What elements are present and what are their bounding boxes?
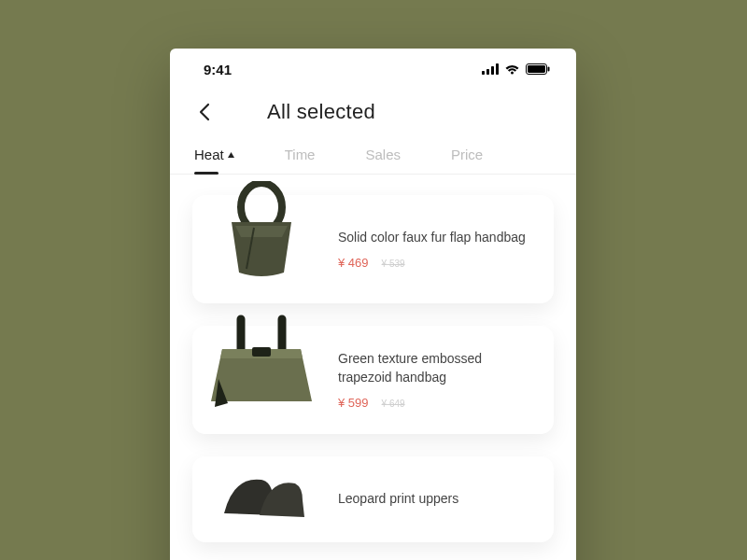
status-icons bbox=[482, 62, 550, 77]
phone-frame: 9:41 All selected Heat Time Sa bbox=[170, 49, 576, 560]
product-price-old: ¥ 539 bbox=[382, 259, 405, 269]
svg-rect-3 bbox=[496, 63, 499, 75]
sort-arrow-up-icon bbox=[228, 152, 234, 158]
product-info: Solid color faux fur flap handbag ¥ 469 … bbox=[338, 229, 529, 271]
product-price: ¥ 599 bbox=[338, 396, 369, 410]
product-card[interactable]: Solid color faux fur flap handbag ¥ 469 … bbox=[192, 195, 554, 303]
header: All selected bbox=[170, 83, 576, 137]
tab-label: Time bbox=[285, 147, 316, 162]
svg-rect-0 bbox=[482, 71, 485, 75]
product-list: Solid color faux fur flap handbag ¥ 469 … bbox=[170, 175, 576, 525]
product-name: Leopard print uppers bbox=[338, 490, 529, 509]
product-image bbox=[202, 462, 321, 527]
product-name: Green texture embossed trapezoid handbag bbox=[338, 350, 529, 386]
tab-label: Sales bbox=[365, 147, 401, 162]
back-button[interactable] bbox=[194, 102, 215, 122]
tab-price[interactable]: Price bbox=[451, 147, 483, 174]
tab-label: Heat bbox=[194, 147, 224, 162]
signal-icon bbox=[482, 62, 499, 77]
product-info: Leopard print uppers bbox=[338, 490, 529, 509]
product-name: Solid color faux fur flap handbag bbox=[338, 229, 529, 247]
product-info: Green texture embossed trapezoid handbag… bbox=[338, 350, 529, 410]
battery-icon bbox=[526, 62, 550, 77]
svg-rect-6 bbox=[548, 67, 550, 72]
product-image bbox=[202, 181, 321, 284]
product-price-old: ¥ 649 bbox=[382, 399, 405, 409]
svg-rect-1 bbox=[486, 69, 489, 75]
product-price: ¥ 469 bbox=[338, 256, 369, 270]
svg-rect-5 bbox=[528, 65, 545, 73]
tab-time[interactable]: Time bbox=[285, 147, 316, 174]
product-image bbox=[202, 312, 321, 414]
status-bar: 9:41 bbox=[170, 49, 576, 83]
product-card[interactable]: Leopard print uppers bbox=[192, 456, 554, 542]
page-title: All selected bbox=[267, 100, 375, 124]
tab-label: Price bbox=[451, 147, 483, 162]
tab-sales[interactable]: Sales bbox=[365, 147, 401, 174]
product-card[interactable]: Green texture embossed trapezoid handbag… bbox=[192, 326, 554, 434]
wifi-icon bbox=[504, 62, 520, 77]
product-prices: ¥ 599 ¥ 649 bbox=[338, 396, 529, 410]
status-time: 9:41 bbox=[204, 62, 232, 77]
svg-rect-8 bbox=[252, 347, 271, 357]
chevron-left-icon bbox=[198, 103, 211, 121]
svg-rect-2 bbox=[491, 66, 494, 75]
sort-tabs: Heat Time Sales Price bbox=[170, 137, 576, 175]
tab-heat[interactable]: Heat bbox=[194, 147, 234, 174]
product-prices: ¥ 469 ¥ 539 bbox=[338, 256, 529, 270]
